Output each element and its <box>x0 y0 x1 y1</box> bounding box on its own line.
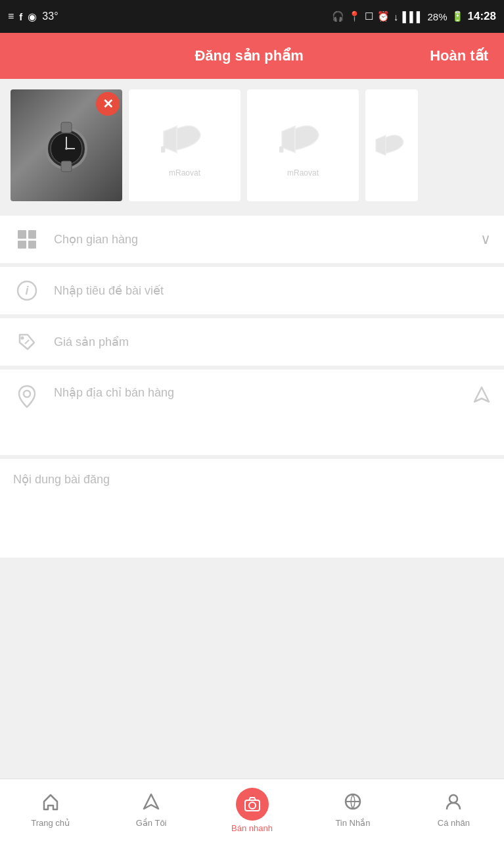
navigation-arrow-icon <box>472 385 491 404</box>
profile-icon <box>444 792 463 815</box>
svg-rect-7 <box>161 146 165 153</box>
svg-point-17 <box>249 802 256 809</box>
category-placeholder: Chọn gian hàng <box>54 232 467 247</box>
map-pin-icon <box>16 384 38 409</box>
svg-rect-5 <box>61 122 72 133</box>
svg-point-20 <box>449 795 457 803</box>
sell-label: Bán nhanh <box>231 823 273 833</box>
time: 14:28 <box>468 10 496 23</box>
phone-icon: ☐ <box>365 11 373 22</box>
title-placeholder[interactable]: Nhập tiêu đề bài viết <box>54 283 491 298</box>
placeholder-4 <box>372 126 411 165</box>
alarm-icon: ⏰ <box>377 11 390 22</box>
headset-icon: 🎧 <box>332 11 344 22</box>
post-content-field[interactable]: Nội dung bài đăng <box>0 459 504 558</box>
mraovat-logo-3 <box>277 113 329 166</box>
placeholder-2: mRaovat <box>158 113 211 178</box>
nav-messages[interactable]: Tin Nhắn <box>302 792 403 828</box>
page-title: Đăng sản phẩm <box>68 47 430 64</box>
header: Đăng sản phẩm Hoàn tất <box>0 33 504 79</box>
content-placeholder[interactable]: Nội dung bài đăng <box>13 472 491 487</box>
nav-home[interactable]: Trang chủ <box>0 792 101 828</box>
complete-button[interactable]: Hoàn tất <box>430 47 488 64</box>
info-circle-icon: i <box>16 280 37 301</box>
messages-icon <box>344 792 362 815</box>
temperature: 33° <box>42 11 58 22</box>
tag-icon <box>16 331 38 353</box>
title-field[interactable]: i Nhập tiêu đề bài viết <box>0 267 504 314</box>
home-icon <box>41 792 60 815</box>
info-icon: i <box>13 277 41 304</box>
grid-icon <box>13 226 41 253</box>
profile-label: Cá nhân <box>438 818 470 828</box>
svg-point-13 <box>24 391 30 397</box>
svg-text:i: i <box>25 284 29 297</box>
watch-image <box>34 112 99 178</box>
photo-slot-2[interactable]: mRaovat <box>129 89 241 201</box>
photo-slot-3[interactable]: mRaovat <box>247 89 359 201</box>
signal-icon: ▌▌▌ <box>403 11 424 22</box>
placeholder-text-2: mRaovat <box>169 168 200 178</box>
battery-icon: 🔋 <box>451 11 464 22</box>
svg-line-12 <box>25 340 29 344</box>
photo-upload-section: ✕ mRaovat mRaovat <box>0 79 504 212</box>
facebook-icon: f <box>19 11 22 22</box>
address-placeholder[interactable]: Nhập địa chỉ bán hàng <box>54 383 459 400</box>
bottom-navigation: Trang chủ Gần Tôi Bán nhanh <box>0 779 504 841</box>
price-placeholder[interactable]: Giá sản phẩm <box>54 335 491 349</box>
chevron-down-icon: ∨ <box>480 231 491 248</box>
address-field[interactable]: Nhập địa chỉ bán hàng <box>0 370 504 455</box>
nearby-icon <box>142 792 160 815</box>
svg-rect-6 <box>61 161 72 172</box>
price-tag-icon <box>13 328 41 356</box>
camera-icon <box>236 788 269 821</box>
nearby-label: Gần Tôi <box>136 818 167 828</box>
status-bar: ≡ f ◉ 33° 🎧 📍 ☐ ⏰ ↓ ▌▌▌ 28% 🔋 14:28 <box>0 0 504 33</box>
remove-photo-button[interactable]: ✕ <box>96 92 120 116</box>
nav-sell[interactable]: Bán nhanh <box>202 788 302 833</box>
main-content: ✕ mRaovat mRaovat <box>0 79 504 779</box>
battery-percent: 28% <box>427 11 447 22</box>
nav-nearby[interactable]: Gần Tôi <box>101 792 201 828</box>
location-icon: 📍 <box>348 11 361 22</box>
photo-slot-4[interactable] <box>365 89 418 201</box>
menu-icon: ≡ <box>8 11 14 22</box>
svg-rect-8 <box>279 146 283 153</box>
placeholder-text-3: mRaovat <box>287 168 319 178</box>
svg-point-11 <box>21 337 24 340</box>
price-field[interactable]: Giá sản phẩm <box>0 318 504 366</box>
svg-marker-14 <box>474 387 489 402</box>
settings-icon: ◉ <box>28 11 37 23</box>
photo-slot-1[interactable]: ✕ <box>11 89 122 201</box>
home-label: Trang chủ <box>31 818 70 828</box>
status-bar-right: 🎧 📍 ☐ ⏰ ↓ ▌▌▌ 28% 🔋 14:28 <box>332 10 496 23</box>
status-bar-left: ≡ f ◉ 33° <box>8 11 58 23</box>
location-pin-icon <box>13 383 41 410</box>
download-icon: ↓ <box>394 11 399 22</box>
messages-label: Tin Nhắn <box>335 818 370 828</box>
mraovat-logo-4 <box>372 126 411 165</box>
svg-marker-15 <box>144 794 158 809</box>
placeholder-3: mRaovat <box>277 113 329 178</box>
navigate-icon[interactable] <box>472 385 491 408</box>
nav-profile[interactable]: Cá nhân <box>403 792 504 828</box>
category-selector[interactable]: Chọn gian hàng ∨ <box>0 216 504 263</box>
mraovat-logo-2 <box>158 113 211 166</box>
